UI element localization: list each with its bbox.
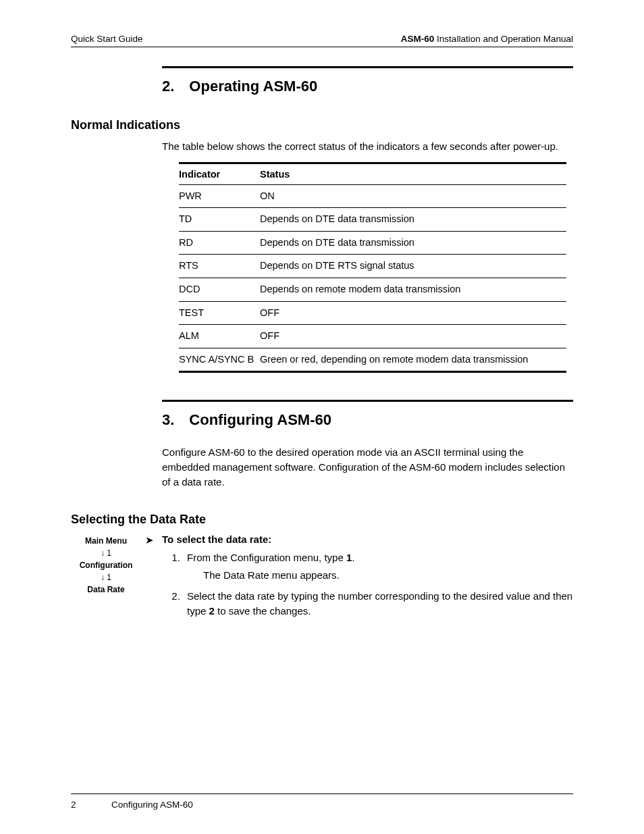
menu-path-item: Main Menu bbox=[71, 535, 141, 547]
down-arrow-icon: ↓ 1 bbox=[71, 571, 141, 583]
procedure-list: From the Configuration menu, type 1. The… bbox=[145, 550, 573, 619]
procedure-title: To select the data rate: bbox=[162, 533, 271, 545]
menu-path-item: Data Rate bbox=[71, 583, 141, 596]
section-configuring: 3. Configuring ASM-60 Configure ASM-60 t… bbox=[162, 400, 573, 489]
cell-status: ON bbox=[260, 184, 566, 208]
page-header: Quick Start Guide ASM-60 Installation an… bbox=[71, 34, 573, 47]
cell-indicator: RD bbox=[179, 231, 260, 255]
cell-indicator: SYNC A/SYNC B bbox=[179, 348, 260, 372]
subhead-normal-indications: Normal Indications bbox=[71, 118, 573, 132]
procedure-body: ➤ To select the data rate: From the Conf… bbox=[141, 533, 573, 625]
cell-indicator: TD bbox=[179, 208, 260, 232]
cell-status: Depends on DTE data transmission bbox=[260, 231, 566, 255]
header-doc-title: Installation and Operation Manual bbox=[434, 34, 573, 44]
cell-status: OFF bbox=[260, 301, 566, 325]
intro-configuring: Configure ASM-60 to the desired operatio… bbox=[162, 445, 573, 489]
step-result: The Data Rate menu appears. bbox=[203, 568, 573, 583]
cell-indicator: ALM bbox=[179, 325, 260, 348]
procedure-arrow-icon: ➤ bbox=[145, 535, 154, 545]
indicator-table: Indicator Status PWRON TDDepends on DTE … bbox=[179, 162, 566, 373]
section-title-operating: 2. Operating ASM-60 bbox=[162, 78, 573, 95]
table-row: TDDepends on DTE data transmission bbox=[179, 208, 566, 232]
cell-status: Green or red, depending on remote modem … bbox=[260, 348, 566, 372]
table-row: RDDepends on DTE data transmission bbox=[179, 231, 566, 255]
cell-indicator: PWR bbox=[179, 184, 260, 208]
cell-indicator: RTS bbox=[179, 255, 260, 278]
cell-status: Depends on DTE RTS signal status bbox=[260, 255, 566, 278]
table-row: ALMOFF bbox=[179, 325, 566, 348]
step-key: 2 bbox=[209, 605, 215, 617]
header-right: ASM-60 Installation and Operation Manual bbox=[401, 34, 573, 44]
cell-indicator: DCD bbox=[179, 278, 260, 302]
table-row: DCDDepends on remote modem data transmis… bbox=[179, 278, 566, 302]
table-row: RTSDepends on DTE RTS signal status bbox=[179, 255, 566, 278]
intro-normal-indications: The table below shows the correct status… bbox=[162, 139, 573, 154]
cell-status: Depends on remote modem data transmissio… bbox=[260, 278, 566, 302]
cell-status: Depends on DTE data transmission bbox=[260, 208, 566, 232]
indicator-table-wrap: Indicator Status PWRON TDDepends on DTE … bbox=[179, 162, 566, 373]
menu-path-item: Configuration bbox=[71, 559, 141, 571]
table-row: PWRON bbox=[179, 184, 566, 208]
step-text: . bbox=[352, 552, 354, 563]
procedure-step: Select the data rate by typing the numbe… bbox=[183, 589, 573, 619]
section-title-configuring: 3. Configuring ASM-60 bbox=[162, 411, 573, 429]
table-row: SYNC A/SYNC BGreen or red, depending on … bbox=[179, 348, 566, 372]
table-row: TESTOFF bbox=[179, 301, 566, 325]
cell-indicator: TEST bbox=[179, 301, 260, 325]
procedure-lead: ➤ To select the data rate: bbox=[145, 533, 573, 545]
down-arrow-icon: ↓ 1 bbox=[71, 547, 141, 559]
header-left: Quick Start Guide bbox=[71, 34, 143, 44]
menu-path: Main Menu ↓ 1 Configuration ↓ 1 Data Rat… bbox=[71, 533, 141, 625]
th-status: Status bbox=[260, 163, 566, 184]
procedure-step: From the Configuration menu, type 1. The… bbox=[183, 550, 573, 583]
header-product: ASM-60 bbox=[401, 34, 435, 44]
th-indicator: Indicator bbox=[179, 163, 260, 184]
page-footer: 2 Configuring ASM-60 bbox=[71, 793, 573, 810]
step-text: to save the changes. bbox=[215, 605, 311, 617]
page-number: 2 bbox=[71, 800, 84, 810]
footer-section-title: Configuring ASM-60 bbox=[111, 800, 193, 810]
step-text: From the Configuration menu, type bbox=[187, 552, 346, 563]
cell-status: OFF bbox=[260, 325, 566, 348]
procedure-row: Main Menu ↓ 1 Configuration ↓ 1 Data Rat… bbox=[71, 533, 573, 625]
subhead-selecting-data-rate: Selecting the Data Rate bbox=[71, 513, 573, 527]
section-operating: 2. Operating ASM-60 bbox=[162, 66, 573, 95]
